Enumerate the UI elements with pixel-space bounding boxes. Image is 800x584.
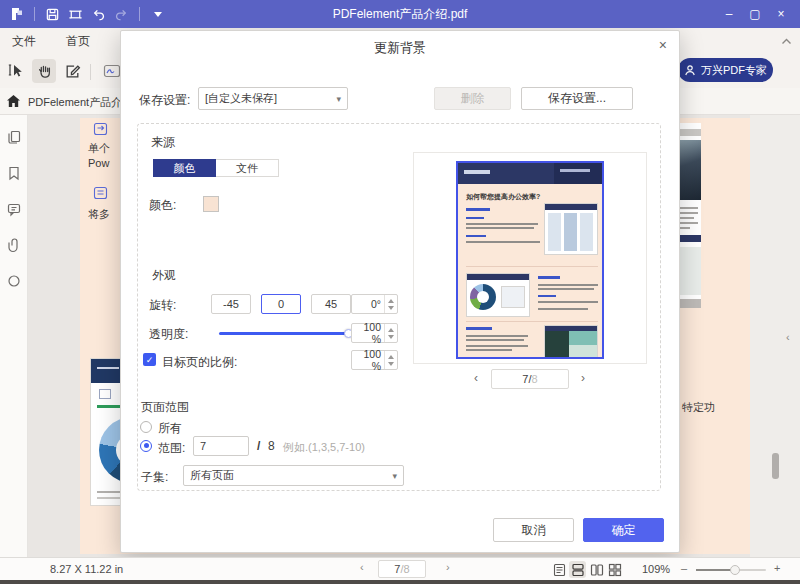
range-hint: 例如.(1,3,5,7-10) bbox=[283, 440, 365, 455]
update-background-dialog: 更新背景 × 保存设置: [自定义未保存] ▾ 删除 保存设置... 来源 颜色… bbox=[120, 30, 680, 553]
next-page-icon[interactable]: › bbox=[446, 561, 450, 573]
range-radio[interactable] bbox=[140, 440, 152, 452]
expert-button-label: 万兴PDF专家 bbox=[701, 63, 767, 78]
close-button[interactable]: × bbox=[768, 0, 794, 28]
hand-tool-icon[interactable] bbox=[32, 59, 56, 83]
appearance-label: 外观 bbox=[152, 267, 176, 284]
collapse-right-panel-icon[interactable]: ‹ bbox=[786, 331, 790, 343]
zoom-out-button[interactable]: – bbox=[681, 562, 687, 574]
prev-page-icon[interactable]: ‹ bbox=[360, 561, 364, 573]
spinner-up-icon[interactable] bbox=[388, 328, 394, 332]
doc-text-line: 单个 bbox=[88, 141, 110, 156]
comments-panel-icon[interactable] bbox=[6, 201, 22, 221]
statusbar: 8.27 X 11.22 in ‹ 7/8 › 109% – + bbox=[0, 557, 800, 580]
subset-select[interactable]: 所有页面 ▾ bbox=[183, 465, 404, 486]
expert-button[interactable]: 万兴PDF专家 bbox=[678, 58, 773, 82]
scale-spinner[interactable]: 100 % bbox=[351, 350, 398, 370]
thumbnails-panel-icon[interactable] bbox=[6, 129, 22, 149]
spinner-down-icon[interactable] bbox=[388, 335, 394, 339]
zoom-slider[interactable] bbox=[696, 569, 766, 571]
save-settings-select[interactable]: [自定义未保存] ▾ bbox=[198, 87, 348, 110]
divider bbox=[139, 7, 140, 21]
preview-thumbnail: 如何帮您提高办公效率? bbox=[456, 161, 604, 359]
edit-tool-icon[interactable] bbox=[60, 59, 84, 83]
delete-settings-button[interactable]: 删除 bbox=[434, 87, 511, 110]
select-tool-icon[interactable] bbox=[4, 59, 28, 83]
source-label: 来源 bbox=[151, 134, 175, 151]
titlebar: PDFelement产品介绍.pdf – ▢ × bbox=[0, 0, 800, 28]
save-settings-button[interactable]: 保存设置... bbox=[521, 87, 633, 110]
doc-text-line: 特定功 bbox=[682, 400, 715, 415]
page-number-box[interactable]: 7/8 bbox=[378, 560, 426, 578]
spinner-up-icon[interactable] bbox=[388, 355, 394, 359]
home-icon[interactable] bbox=[6, 94, 21, 112]
app-logo bbox=[8, 6, 25, 23]
scale-checkbox[interactable]: ✓ bbox=[143, 353, 156, 366]
grid-view-icon[interactable] bbox=[606, 561, 623, 578]
color-swatch[interactable] bbox=[203, 196, 219, 212]
cancel-button[interactable]: 取消 bbox=[493, 518, 574, 542]
dialog-title: 更新背景 bbox=[121, 39, 679, 57]
attachments-panel-icon[interactable] bbox=[6, 237, 22, 257]
tab-color[interactable]: 颜色 bbox=[153, 159, 216, 177]
range-label: 范围: bbox=[158, 440, 185, 457]
spinner-down-icon[interactable] bbox=[388, 306, 394, 310]
rotate-minus45-button[interactable]: -45 bbox=[211, 294, 251, 314]
preview-page-box[interactable]: 7/8 bbox=[491, 369, 569, 389]
chevron-down-icon: ▾ bbox=[336, 94, 341, 104]
doc-convert-icon bbox=[93, 122, 108, 140]
bookmarks-panel-icon[interactable] bbox=[6, 165, 22, 185]
zoom-in-button[interactable]: + bbox=[774, 562, 780, 574]
minimize-button[interactable]: – bbox=[716, 0, 742, 28]
doc-merge-icon bbox=[93, 186, 108, 204]
preview-next-icon[interactable]: › bbox=[581, 371, 585, 385]
rotation-label: 旋转: bbox=[149, 297, 176, 314]
two-page-view-icon[interactable] bbox=[588, 561, 605, 578]
preview-page-title: 如何帮您提高办公效率? bbox=[466, 192, 540, 202]
all-pages-label: 所有 bbox=[158, 420, 182, 437]
divider bbox=[34, 7, 35, 21]
rotate-zero-button[interactable]: 0 bbox=[261, 294, 301, 314]
opacity-label: 透明度: bbox=[149, 326, 188, 343]
scale-label: 目标页的比例: bbox=[162, 354, 237, 371]
right-panel-strip bbox=[750, 115, 800, 557]
menu-item-file[interactable]: 文件 bbox=[12, 33, 36, 50]
maximize-button[interactable]: ▢ bbox=[742, 0, 768, 28]
search-panel-icon[interactable] bbox=[6, 273, 22, 293]
menu-item-home[interactable]: 首页 bbox=[66, 33, 90, 50]
divider bbox=[90, 64, 91, 80]
tab-file[interactable]: 文件 bbox=[216, 159, 279, 177]
snapshot-icon[interactable] bbox=[67, 6, 84, 23]
page-range-label: 页面范围 bbox=[141, 399, 189, 416]
all-pages-radio[interactable] bbox=[140, 421, 152, 433]
opacity-slider[interactable] bbox=[219, 332, 349, 335]
ok-button[interactable]: 确定 bbox=[583, 518, 664, 542]
rotation-spinner[interactable]: 0° bbox=[351, 294, 398, 314]
vertical-scrollbar[interactable] bbox=[772, 453, 779, 479]
undo-icon[interactable] bbox=[90, 6, 107, 23]
save-settings-label: 保存设置: bbox=[139, 92, 190, 109]
page-size-label: 8.27 X 11.22 in bbox=[50, 563, 123, 575]
app-window: PDFelement产品介绍.pdf – ▢ × 文件 首页 万兴PDF bbox=[0, 0, 800, 584]
collapse-ribbon-icon[interactable] bbox=[781, 34, 792, 48]
spinner-up-icon[interactable] bbox=[388, 299, 394, 303]
chevron-down-icon: ▾ bbox=[392, 471, 397, 481]
document-tab[interactable]: PDFelement产品介... bbox=[28, 95, 120, 110]
preview-prev-icon[interactable]: ‹ bbox=[474, 371, 478, 385]
continuous-view-icon[interactable] bbox=[569, 561, 586, 578]
toolbar-dropdown-icon[interactable] bbox=[149, 6, 166, 23]
zoom-level-label: 109% bbox=[642, 563, 670, 575]
color-label: 颜色: bbox=[149, 197, 176, 214]
doc-text-line: Pow bbox=[88, 157, 109, 169]
dialog-close-icon[interactable]: × bbox=[659, 37, 667, 53]
single-page-view-icon[interactable] bbox=[551, 561, 568, 578]
rotate-45-button[interactable]: 45 bbox=[311, 294, 351, 314]
redo-icon[interactable] bbox=[113, 6, 130, 23]
range-input[interactable]: 7 bbox=[193, 436, 249, 456]
spinner-down-icon[interactable] bbox=[388, 362, 394, 366]
zoom-slider-thumb[interactable] bbox=[730, 565, 740, 575]
range-divider: / bbox=[257, 439, 260, 453]
opacity-spinner[interactable]: 100 % bbox=[351, 323, 398, 343]
save-icon[interactable] bbox=[44, 6, 61, 23]
subset-label: 子集: bbox=[141, 469, 168, 486]
